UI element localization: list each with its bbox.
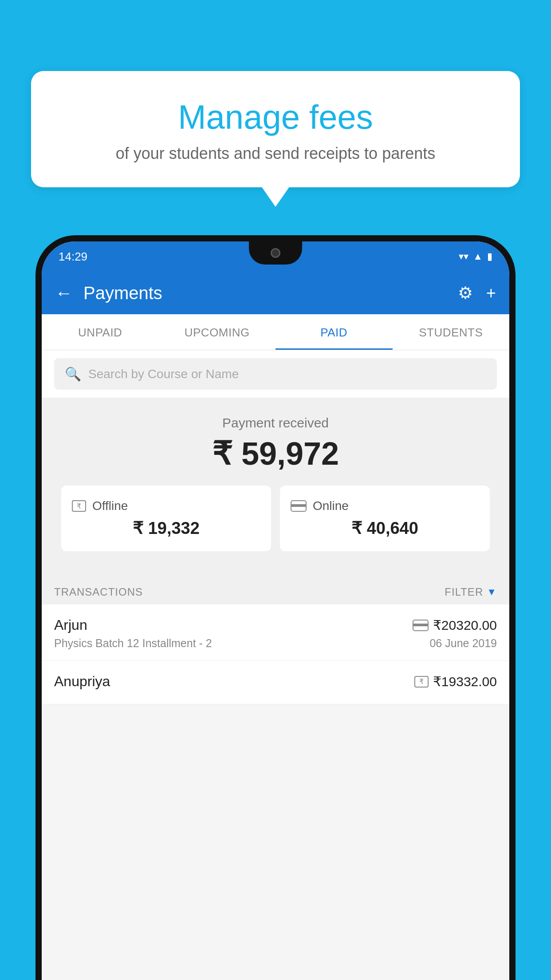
settings-icon[interactable]: ⚙ [458,283,473,303]
online-amount: ₹ 40,640 [291,518,479,538]
search-bar: 🔍 Search by Course or Name [42,350,509,398]
tx-amount: ₹19332.00 [433,674,497,689]
transactions-header: TRANSACTIONS FILTER ▼ [42,578,509,605]
online-card-header: Online [291,499,479,513]
online-card: Online ₹ 40,640 [280,486,490,551]
payment-received-label: Payment received [51,415,500,431]
speech-bubble: Manage fees of your students and send re… [31,71,520,187]
tab-paid[interactable]: PAID [276,314,393,350]
tx-amount: ₹20320.00 [433,617,497,633]
tab-upcoming[interactable]: UPCOMING [159,314,276,350]
add-icon[interactable]: + [486,284,496,303]
bubble-title: Manage fees [53,98,498,136]
transaction-list: Arjun ₹20320.00 Physics Batch 12 Install… [42,605,509,704]
tx-name: Anupriya [54,673,110,690]
offline-card: ₹ Offline ₹ 19,332 [61,486,271,551]
online-label: Online [313,499,349,513]
signal-icon: ▲ [473,251,483,262]
battery-icon: ▮ [487,251,492,262]
online-payment-icon [413,620,429,631]
tx-row-bottom: Physics Batch 12 Installment - 2 06 June… [54,637,497,650]
filter-button[interactable]: FILTER ▼ [445,586,497,598]
offline-payment-icon: ₹ [414,676,429,688]
tx-course: Physics Batch 12 Installment - 2 [54,637,212,650]
payment-cards-row: ₹ Offline ₹ 19,332 Online ₹ 40,640 [51,486,500,565]
rupee-box-icon: ₹ [72,500,86,512]
tx-name: Arjun [54,617,87,633]
tab-students[interactable]: STUDENTS [393,314,510,350]
credit-card-icon [291,500,307,512]
offline-amount: ₹ 19,332 [72,518,260,538]
tx-date: 06 June 2019 [429,637,497,650]
wifi-icon: ▾▾ [459,251,468,262]
tx-amount-wrap: ₹ ₹19332.00 [414,674,497,689]
tabs-bar: UNPAID UPCOMING PAID STUDENTS [42,314,509,350]
tab-unpaid[interactable]: UNPAID [42,314,159,350]
search-icon: 🔍 [65,366,81,382]
bubble-subtitle: of your students and send receipts to pa… [53,144,498,163]
tx-amount-wrap: ₹20320.00 [413,617,497,633]
filter-icon: ▼ [487,586,497,598]
transactions-label: TRANSACTIONS [54,586,143,598]
search-input-wrap[interactable]: 🔍 Search by Course or Name [54,358,497,390]
notch [249,241,302,265]
payment-section: Payment received ₹ 59,972 ₹ Offline ₹ 19… [42,398,509,578]
phone-inner: 14:29 ▾▾ ▲ ▮ ← Payments ⚙ + UNPAID UPCOM… [42,241,509,980]
app-header: ← Payments ⚙ + [42,272,509,314]
payment-amount: ₹ 59,972 [51,435,500,472]
tx-row-top: Anupriya ₹ ₹19332.00 [54,673,497,690]
table-row[interactable]: Anupriya ₹ ₹19332.00 [42,661,509,704]
camera [271,248,280,258]
filter-label: FILTER [445,586,483,598]
offline-label: Offline [92,499,128,513]
offline-card-header: ₹ Offline [72,499,260,513]
search-input[interactable]: Search by Course or Name [88,367,239,381]
back-button[interactable]: ← [55,283,73,303]
header-icons: ⚙ + [458,283,496,303]
status-icons: ▾▾ ▲ ▮ [459,251,492,262]
table-row[interactable]: Arjun ₹20320.00 Physics Batch 12 Install… [42,605,509,661]
status-bar: 14:29 ▾▾ ▲ ▮ [42,241,509,272]
status-time: 14:29 [59,250,87,264]
page-title: Payments [83,283,458,303]
phone-frame: 14:29 ▾▾ ▲ ▮ ← Payments ⚙ + UNPAID UPCOM… [35,235,516,980]
tx-row-top: Arjun ₹20320.00 [54,617,497,633]
